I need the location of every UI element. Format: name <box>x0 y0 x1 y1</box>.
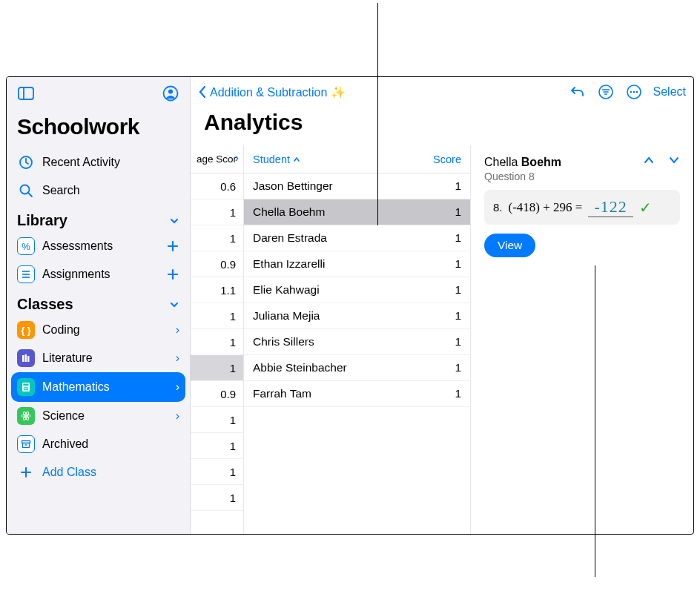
sort-student-button[interactable]: Student <box>253 153 300 165</box>
student-answer: -122 <box>588 197 633 217</box>
student-cell: Ethan Izzarelli <box>253 257 325 271</box>
plus-icon[interactable] <box>166 268 179 281</box>
score-cell: 1 <box>455 309 461 323</box>
sidebar-item-label: Science <box>42 409 168 423</box>
table-row[interactable]: 0.9 <box>191 381 243 407</box>
column-detail: Chella Boehm Question 8 8. (-418) + 296 … <box>471 145 693 534</box>
table-row[interactable]: 1 <box>191 407 243 433</box>
chevron-right-icon: › <box>235 151 239 165</box>
chevron-left-icon <box>198 85 207 99</box>
svg-point-24 <box>25 415 27 417</box>
sidebar-item-label: Mathematics <box>42 380 168 394</box>
page-title: Analytics <box>191 107 693 145</box>
table-row[interactable]: 1 <box>191 433 243 459</box>
table-row[interactable]: 1 <box>191 355 243 381</box>
student-cell: Abbie Steinbacher <box>253 361 347 374</box>
table-row[interactable]: 1 <box>191 303 243 329</box>
student-first-name: Chella <box>484 156 518 168</box>
table-row[interactable]: 1 <box>191 485 243 511</box>
calculator-icon <box>17 378 35 396</box>
table-row[interactable]: Elie Kahwagi1 <box>244 277 470 303</box>
score-cell: 1 <box>455 231 461 245</box>
table-row[interactable]: Abbie Steinbacher1 <box>244 355 470 381</box>
column-avg-score: › age Score 0.6110.91.11110.91111 <box>191 145 244 534</box>
table-row[interactable]: 1 <box>191 225 243 251</box>
svg-point-18 <box>24 389 25 391</box>
plus-icon <box>17 463 35 481</box>
svg-point-16 <box>25 387 27 389</box>
chevron-right-icon: › <box>176 351 179 365</box>
undo-icon[interactable] <box>569 83 587 101</box>
analytics-columns: › age Score 0.6110.91.11110.91111 Studen… <box>191 145 693 534</box>
sidebar-item-search[interactable]: Search <box>7 176 190 205</box>
student-cell: Chella Boehm <box>253 205 325 219</box>
sidebar-topbar <box>7 77 190 110</box>
list-icon <box>17 265 35 283</box>
sidebar-item-label: Search <box>42 184 179 197</box>
sidebar-item-coding[interactable]: { } Coding › <box>7 316 190 344</box>
svg-point-20 <box>27 389 28 391</box>
score-cell: 1 <box>455 283 461 297</box>
sidebar-item-label: Recent Activity <box>42 156 179 169</box>
back-button[interactable]: Addition & Subtraction ✨ <box>198 85 346 99</box>
column-label: age Score <box>197 153 237 165</box>
sidebar-item-literature[interactable]: Literature › <box>7 344 190 372</box>
sidebar-item-archived[interactable]: Archived <box>7 430 190 458</box>
clock-icon <box>17 153 35 171</box>
sidebar-item-science[interactable]: Science › <box>7 402 190 430</box>
column-label: Student <box>253 153 290 165</box>
main-content: Addition & Subtraction ✨ Select Analytic… <box>191 77 693 534</box>
sidebar-item-assignments[interactable]: Assignments <box>7 260 190 288</box>
filter-icon[interactable] <box>597 83 615 101</box>
svg-rect-10 <box>22 355 24 362</box>
back-label: Addition & Subtraction ✨ <box>210 85 346 99</box>
main-topbar: Addition & Subtraction ✨ Select <box>191 77 693 107</box>
sidebar-item-recent[interactable]: Recent Activity <box>7 148 190 176</box>
atom-icon <box>17 407 35 425</box>
table-row[interactable]: Chella Boehm1 <box>244 199 470 225</box>
sidebar-item-assessments[interactable]: % Assessments <box>7 232 190 260</box>
sidebar-section-classes[interactable]: Classes <box>7 288 190 316</box>
next-question-button[interactable] <box>668 156 680 165</box>
chevron-down-icon <box>169 216 179 226</box>
svg-rect-14 <box>24 384 29 386</box>
table-row[interactable]: Farrah Tam1 <box>244 381 470 407</box>
table-row[interactable]: Juliana Mejia1 <box>244 303 470 329</box>
section-label: Classes <box>17 296 73 313</box>
table-row[interactable]: 1 <box>191 329 243 355</box>
sidebar-section-library[interactable]: Library <box>7 205 190 232</box>
view-button[interactable]: View <box>484 234 535 257</box>
sort-asc-icon <box>293 156 300 163</box>
more-icon[interactable] <box>625 83 643 101</box>
archive-icon <box>17 435 35 453</box>
table-row[interactable]: 1 <box>191 199 243 225</box>
sort-score-button[interactable]: Score <box>433 153 461 165</box>
table-row[interactable]: Daren Estrada1 <box>244 225 470 251</box>
sidebar-item-label: Assessments <box>42 239 159 253</box>
table-row[interactable]: 1 <box>191 459 243 485</box>
app-window: Schoolwork Recent Activity Search Librar… <box>6 76 694 535</box>
callout-line-top <box>377 3 378 225</box>
table-row[interactable]: Jason Bettinger1 <box>244 174 470 199</box>
account-icon[interactable] <box>160 83 181 104</box>
plus-icon[interactable] <box>166 239 179 253</box>
table-row[interactable]: 1.1 <box>191 277 243 303</box>
sidebar-item-mathematics[interactable]: Mathematics › <box>11 372 185 402</box>
sidebar-item-label: Add Class <box>42 466 179 479</box>
table-row[interactable]: 0.6 <box>191 174 243 199</box>
detail-header: Chella Boehm Question 8 <box>484 156 680 182</box>
prev-question-button[interactable] <box>643 156 655 165</box>
table-row[interactable]: 0.9 <box>191 251 243 277</box>
question-card: 8. (-418) + 296 = -122 ✓ <box>484 190 680 225</box>
table-row[interactable]: Chris Sillers1 <box>244 329 470 355</box>
svg-point-34 <box>633 91 635 93</box>
search-icon <box>17 182 35 199</box>
sidebar-item-add-class[interactable]: Add Class <box>7 458 190 486</box>
sidebar-item-label: Coding <box>42 323 168 337</box>
select-button[interactable]: Select <box>653 85 686 99</box>
table-header[interactable]: › age Score <box>191 145 243 174</box>
svg-point-15 <box>24 387 25 389</box>
table-row[interactable]: Ethan Izzarelli1 <box>244 251 470 277</box>
chevron-right-icon: › <box>176 380 179 394</box>
sidebar-toggle-icon[interactable] <box>16 83 36 104</box>
